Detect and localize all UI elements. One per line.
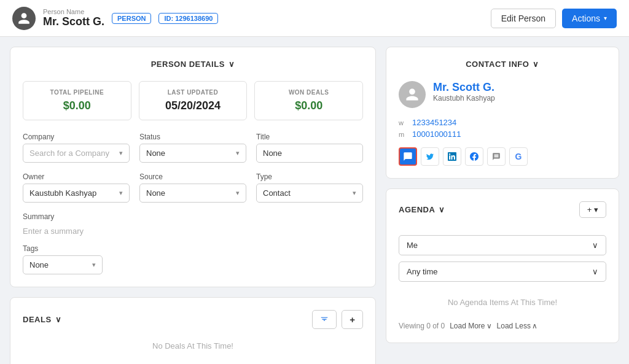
agenda-chevron-icon: ∨ — [439, 205, 445, 214]
load-more-chevron-icon: ∨ — [486, 322, 492, 330]
person-info: Person Name Mr. Scott G. — [43, 8, 104, 28]
type-label: Type — [256, 172, 363, 181]
facebook-icon[interactable] — [465, 147, 483, 166]
phone-w-row: w 1233451234 — [399, 118, 606, 127]
add-agenda-button[interactable]: + ▾ — [579, 201, 606, 218]
header-right: Edit Person Actions ▾ — [491, 9, 617, 28]
type-chevron-icon: ▾ — [353, 189, 356, 197]
agenda-filter-time[interactable]: Any time ∨ — [399, 261, 606, 282]
deals-title: DEALS — [23, 315, 52, 324]
source-field: Source None ▾ — [139, 172, 246, 203]
last-updated-value: 05/20/2024 — [149, 99, 237, 112]
total-pipeline-value: $0.00 — [33, 99, 121, 112]
total-pipeline-label: TOTAL PIPELINE — [33, 89, 121, 96]
person-details-chevron-icon: ∨ — [229, 60, 235, 69]
tags-value: None — [29, 260, 49, 269]
type-select[interactable]: Contact ▾ — [256, 184, 363, 203]
phone-w-label: w — [399, 119, 408, 126]
contact-name: Mr. Scott G. — [433, 81, 495, 94]
contact-info-chevron-icon: ∨ — [533, 60, 539, 69]
header: Person Name Mr. Scott G. PERSON ID: 1296… — [0, 0, 629, 37]
source-select[interactable]: None ▾ — [139, 184, 246, 203]
chat-icon[interactable] — [487, 147, 506, 166]
company-placeholder: Search for a Company — [29, 149, 109, 158]
title-label: Title — [256, 133, 363, 141]
tags-select[interactable]: None ▾ — [23, 255, 103, 274]
title-value: None — [263, 149, 282, 158]
no-deals-text: No Deals At This Time! — [23, 329, 363, 363]
main-content: PERSON DETAILS ∨ TOTAL PIPELINE $0.00 LA… — [0, 37, 629, 364]
linkedin-icon[interactable] — [443, 147, 461, 166]
agenda-title: AGENDA — [399, 205, 435, 214]
load-more-link[interactable]: Load More ∨ — [450, 322, 491, 330]
viewing-row: Viewing 0 of 0 Load More ∨ Load Less ∧ — [399, 322, 606, 330]
status-value: None — [146, 149, 165, 158]
company-chevron-icon: ▾ — [119, 149, 123, 157]
summary-label: Summary — [23, 212, 363, 221]
company-field: Company Search for a Company ▾ — [23, 133, 130, 163]
contact-info-card: CONTACT INFO ∨ Mr. Scott G. Kaustubh Kas… — [386, 47, 619, 179]
agenda-filter-me[interactable]: Me ∨ — [399, 235, 606, 255]
owner-select[interactable]: Kaustubh Kashyap ▾ — [23, 184, 130, 203]
won-deals-label: WON DEALS — [265, 89, 353, 96]
avatar — [12, 7, 36, 30]
edit-person-button[interactable]: Edit Person — [491, 9, 556, 28]
tags-field: Tags None ▾ — [23, 244, 363, 274]
summary-placeholder: Enter a summary — [23, 224, 84, 238]
filter-button[interactable] — [312, 310, 337, 329]
deals-chevron-icon: ∨ — [55, 315, 62, 324]
phone-m-row: m 10001000111 — [399, 130, 606, 139]
person-label: Person Name — [43, 8, 104, 15]
deals-card: DEALS ∨ + No Deals At This Time! — [10, 297, 376, 364]
owner-chevron-icon: ▾ — [119, 189, 123, 197]
stats-row: TOTAL PIPELINE $0.00 LAST UPDATED 05/20/… — [23, 81, 363, 120]
person-details-title: PERSON DETAILS — [151, 60, 225, 69]
phone-w-number[interactable]: 1233451234 — [412, 118, 456, 127]
agenda-title-row: AGENDA ∨ — [399, 205, 445, 214]
person-details-header: PERSON DETAILS ∨ — [23, 60, 363, 69]
owner-value: Kaustubh Kashyap — [29, 188, 96, 198]
load-less-chevron-icon: ∧ — [532, 322, 537, 330]
status-select[interactable]: None ▾ — [139, 144, 246, 163]
person-name: Mr. Scott G. — [43, 15, 104, 28]
contact-org: Kaustubh Kashyap — [433, 94, 495, 103]
filter-me-label: Me — [407, 241, 418, 250]
person-details-card: PERSON DETAILS ∨ TOTAL PIPELINE $0.00 LA… — [10, 47, 376, 287]
form-row-1: Company Search for a Company ▾ Status No… — [23, 133, 363, 163]
actions-chevron-icon: ▾ — [604, 15, 607, 21]
contact-info-header: CONTACT INFO ∨ — [399, 60, 606, 69]
social-icons-row: G — [399, 147, 606, 166]
phone-m-number[interactable]: 10001000111 — [412, 130, 461, 139]
contact-info-title: CONTACT INFO — [466, 60, 529, 69]
deals-actions: + — [312, 310, 363, 329]
twitter-icon[interactable] — [421, 147, 439, 166]
agenda-card: AGENDA ∨ + ▾ Me ∨ Any time ∨ No Agenda I… — [386, 188, 619, 343]
viewing-count: Viewing 0 of 0 — [399, 322, 445, 330]
summary-field: Summary Enter a summary — [23, 212, 363, 236]
total-pipeline-stat: TOTAL PIPELINE $0.00 — [23, 81, 131, 120]
tags-chevron-icon: ▾ — [92, 261, 96, 269]
contact-avatar-row: Mr. Scott G. Kaustubh Kashyap — [399, 81, 606, 108]
status-chevron-icon: ▾ — [236, 149, 240, 157]
status-field: Status None ▾ — [139, 133, 246, 163]
load-less-link[interactable]: Load Less ∧ — [497, 322, 537, 330]
phone-m-label: m — [399, 131, 408, 138]
company-label: Company — [23, 133, 130, 141]
no-agenda-text: No Agenda Items At This Time! — [399, 288, 606, 317]
agenda-header-row: AGENDA ∨ + ▾ — [399, 201, 606, 218]
won-deals-value: $0.00 — [265, 99, 353, 112]
filter-time-chevron-icon: ∨ — [592, 267, 598, 276]
form-row-2: Owner Kaustubh Kashyap ▾ Source None ▾ T… — [23, 172, 363, 203]
company-select[interactable]: Search for a Company ▾ — [23, 144, 130, 163]
last-updated-label: LAST UPDATED — [149, 89, 237, 96]
summary-input[interactable]: Enter a summary — [23, 226, 363, 236]
person-badge: PERSON — [112, 13, 151, 24]
id-badge: ID: 1296138690 — [158, 13, 218, 24]
won-deals-stat: WON DEALS $0.00 — [254, 81, 363, 120]
add-deal-button[interactable]: + — [342, 310, 363, 329]
last-updated-stat: LAST UPDATED 05/20/2024 — [139, 81, 248, 120]
google-icon[interactable]: G — [509, 147, 528, 166]
actions-button[interactable]: Actions ▾ — [562, 9, 617, 28]
title-input[interactable]: None — [256, 144, 363, 163]
sms-icon[interactable] — [399, 147, 417, 166]
